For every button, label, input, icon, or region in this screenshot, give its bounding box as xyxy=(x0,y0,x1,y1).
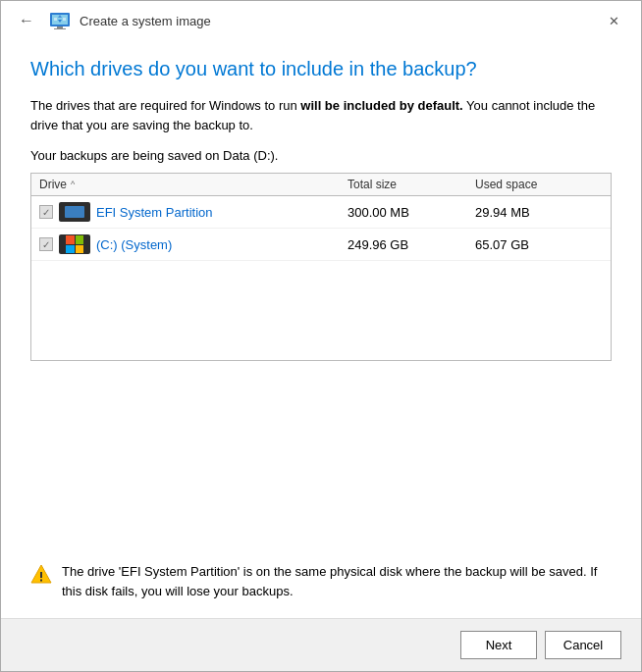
title-bar-left: ← Create a system image xyxy=(13,9,211,32)
svg-rect-10 xyxy=(40,580,42,582)
sort-arrow-icon: ^ xyxy=(71,180,75,189)
description-text1: The drives that are required for Windows… xyxy=(30,98,300,113)
windows-logo-icon xyxy=(66,235,83,253)
next-button[interactable]: Next xyxy=(460,631,537,659)
svg-rect-3 xyxy=(54,28,66,29)
svg-rect-9 xyxy=(40,572,42,578)
efi-total-size: 300.00 MB xyxy=(348,205,475,220)
efi-used-space: 29.94 MB xyxy=(475,205,603,220)
column-used-space: Used space xyxy=(475,178,603,191)
dialog-title: Create a system image xyxy=(80,14,211,28)
c-drive-link[interactable]: (C:) (System) xyxy=(96,237,172,252)
svg-rect-6 xyxy=(54,18,57,21)
c-drive-icon xyxy=(59,234,90,254)
warning-area: The drive 'EFI System Partition' is on t… xyxy=(30,546,612,608)
main-content: Which drives do you want to include in t… xyxy=(1,38,641,618)
efi-checkbox[interactable] xyxy=(39,205,53,219)
app-icon xyxy=(48,9,72,32)
column-drive: Drive ^ xyxy=(39,178,348,191)
table-header: Drive ^ Total size Used space xyxy=(31,174,611,196)
page-title: Which drives do you want to include in t… xyxy=(30,58,612,80)
close-button[interactable]: ✕ xyxy=(599,11,629,31)
warning-message: The drive 'EFI System Partition' is on t… xyxy=(62,562,612,600)
table-row: (C:) (System) 249.96 GB 65.07 GB xyxy=(31,229,611,261)
svg-rect-2 xyxy=(57,26,63,28)
table-row: EFI System Partition 300.00 MB 29.94 MB xyxy=(31,196,611,229)
efi-drive-icon xyxy=(59,202,90,222)
page-description: The drives that are required for Windows… xyxy=(30,96,612,134)
back-button[interactable]: ← xyxy=(13,11,40,30)
description-bold: will be included by default. xyxy=(300,98,462,113)
drive-cell-c: (C:) (System) xyxy=(39,234,348,254)
column-total-size: Total size xyxy=(348,178,475,191)
svg-rect-7 xyxy=(63,18,66,21)
drive-cell-efi: EFI System Partition xyxy=(39,202,348,222)
drives-table: Drive ^ Total size Used space EFI System… xyxy=(30,173,612,361)
title-bar: ← Create a system image ✕ xyxy=(1,1,641,38)
dialog: ← Create a system image ✕ Which drives d… xyxy=(0,0,642,672)
cancel-button[interactable]: Cancel xyxy=(545,631,621,659)
save-location-text: Your backups are being saved on Data (D:… xyxy=(30,148,612,163)
warning-icon xyxy=(30,563,52,585)
c-used-space: 65.07 GB xyxy=(475,237,603,252)
efi-drive-link[interactable]: EFI System Partition xyxy=(96,205,212,220)
c-total-size: 249.96 GB xyxy=(348,237,475,252)
dialog-footer: Next Cancel xyxy=(1,618,641,671)
c-checkbox[interactable] xyxy=(39,237,53,251)
table-body: EFI System Partition 300.00 MB 29.94 MB xyxy=(31,196,611,360)
drive-column-label: Drive xyxy=(39,178,67,191)
